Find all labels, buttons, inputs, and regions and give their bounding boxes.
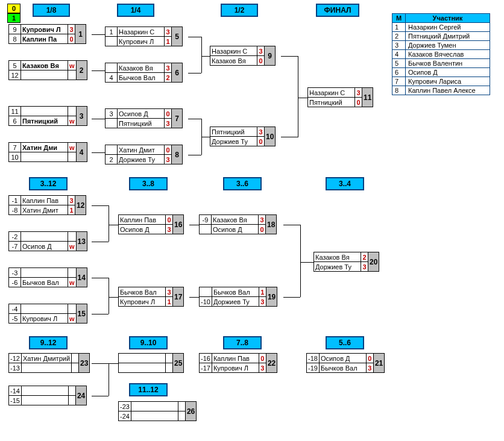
header-1-4: 1/4 — [117, 4, 154, 17]
header-final: ФИНАЛ — [316, 4, 359, 17]
header-1-2: 1/2 — [221, 4, 258, 17]
match-17: Бычков Вал317 Купрович Л1 — [118, 287, 184, 307]
match-4: 7Хатин Дмиw4 10 — [8, 142, 87, 162]
match-5: 1Назаркин С35 Купрович Л1 — [105, 27, 183, 46]
header-9-12: 9..12 — [29, 336, 68, 349]
match-7: 3Осипов Д07 Пятницкий3 — [105, 108, 183, 128]
header-3-8: 3..8 — [129, 177, 168, 190]
match-12: -1Каплин Пав312 -8Хатин Дмит1 — [8, 195, 86, 215]
corner-1: 1 — [7, 13, 20, 23]
match-8: Хатин Дмит08 2Доржиев Ту3 — [105, 145, 183, 164]
header-3-6: 3..6 — [223, 177, 262, 190]
match-22: -16Каплин Пав022 -17Купрович Л3 — [199, 353, 277, 373]
participants-col-name: Участник — [406, 14, 490, 23]
match-16: Каплин Пав016 Осипов Д3 — [118, 214, 184, 234]
match-20: Казаков Вя220 Доржиев Ту3 — [313, 252, 379, 272]
match-25: 25 — [118, 353, 184, 373]
match-18: -9Казаков Вя318 Осипов Д0 — [199, 214, 277, 234]
match-21: -18Осипов Д021 -19Бычков Вал3 — [306, 353, 385, 373]
corner-0: 0 — [7, 4, 20, 13]
header-3-12: 3..12 — [29, 177, 68, 190]
match-3: 113 6Пятницкийw — [8, 106, 87, 126]
match-2: 5Казаков Вяw2 12 — [8, 60, 87, 80]
header-1-8: 1/8 — [33, 4, 70, 17]
match-11: Назаркин С311 Пятницкий0 — [307, 87, 373, 107]
participants-col-m: М — [392, 14, 406, 23]
match-1: 9Купрович Л31 8Каплин Па0 — [8, 24, 86, 44]
match-23: -12Хатин Дмитрий23 -13 — [8, 353, 90, 373]
header-9-10: 9..10 — [129, 336, 168, 349]
match-19: Бычков Вал119 -10Доржиев Ту3 — [199, 287, 277, 307]
header-3-4: 3..4 — [326, 177, 364, 190]
match-24: -1424 -15 — [8, 386, 87, 405]
match-14: -314 -6Бычков Валw — [8, 267, 87, 287]
match-6: Казаков Вя36 4Бычков Вал2 — [105, 63, 183, 83]
header-11-12: 11..12 — [129, 383, 168, 396]
match-13: -213 -7Осипов Дw — [8, 231, 87, 251]
header-5-6: 5..6 — [326, 336, 364, 349]
match-15: -415 -5Купрович Лw — [8, 304, 87, 324]
participants-table: МУчастник 1Назаркин Сергей 2Пятницкий Дм… — [392, 13, 490, 95]
match-9: Назаркин С39 Казаков Вя0 — [210, 46, 276, 66]
match-26: -2326 -24 — [118, 401, 197, 421]
header-7-8: 7..8 — [223, 336, 262, 349]
match-10: Пятницкий310 Доржиев Ту0 — [210, 127, 276, 146]
